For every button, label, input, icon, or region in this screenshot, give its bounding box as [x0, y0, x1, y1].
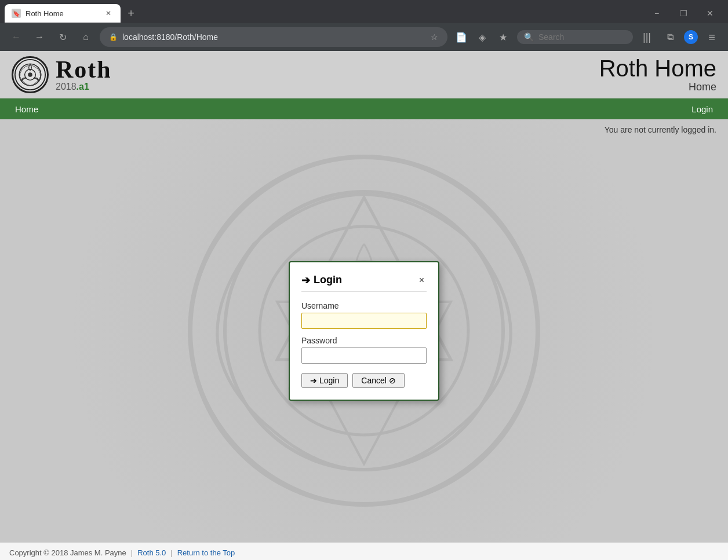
page-body: You are not currently logged in. ➔ Login…: [0, 119, 728, 542]
sidebar-button[interactable]: ⧉: [661, 28, 679, 46]
login-button[interactable]: ➔ Login: [301, 373, 348, 388]
nav-home-link[interactable]: Home: [9, 100, 44, 119]
logo-text: Roth 2018.a1: [56, 57, 112, 92]
dialog-title: ➔ Login: [301, 274, 342, 287]
roth-version: 2018.a1: [56, 82, 112, 92]
version-link[interactable]: Roth 5.0: [137, 548, 166, 557]
password-label: Password: [301, 336, 427, 345]
browser-chrome: 🔖 Roth Home ✕ + − ❐ ✕ ← → ↻ ⌂ 🔒 ☆ 📄 ◈ ★ …: [0, 0, 728, 51]
menu-button[interactable]: ≡: [702, 28, 721, 46]
dialog-header: ➔ Login ×: [301, 274, 427, 292]
tab-title: Roth Home: [26, 9, 64, 18]
cancel-icon: ⊘: [389, 376, 396, 385]
login-dialog-overlay: ➔ Login × Username Password ➔ Login Canc: [0, 119, 728, 542]
site-title: Roth Home: [599, 56, 716, 81]
pocket-button[interactable]: ◈: [473, 28, 492, 46]
nav-login-link[interactable]: Login: [686, 100, 719, 119]
page-header: Roth 2018.a1 Roth Home Home: [0, 51, 728, 98]
roth-wordmark: Roth: [56, 57, 112, 82]
bookmarks-history-button[interactable]: |||: [638, 28, 656, 46]
active-tab[interactable]: 🔖 Roth Home ✕: [5, 4, 121, 23]
password-input[interactable]: [301, 347, 427, 364]
cancel-button[interactable]: Cancel ⊘: [352, 373, 405, 388]
maximize-button[interactable]: ❐: [670, 4, 697, 23]
reader-view-button[interactable]: 📄: [452, 28, 471, 46]
refresh-button[interactable]: ↻: [53, 28, 72, 46]
footer-separator-1: |: [131, 548, 133, 557]
dialog-close-button[interactable]: ×: [417, 274, 427, 287]
username-input[interactable]: [301, 313, 427, 329]
bookmark-star-icon[interactable]: ☆: [431, 32, 438, 42]
window-controls: − ❐ ✕: [643, 4, 723, 23]
logo-icon: [12, 56, 49, 93]
forward-button[interactable]: →: [30, 28, 49, 46]
site-title-area: Roth Home Home: [599, 56, 716, 93]
page-footer: Copyright © 2018 James M. Payne | Roth 5…: [0, 542, 728, 560]
return-to-top-link[interactable]: Return to the Top: [177, 548, 235, 557]
tab-close-button[interactable]: ✕: [103, 8, 114, 19]
svg-point-3: [28, 72, 32, 76]
copyright-text: Copyright © 2018 James M. Payne: [9, 548, 126, 557]
address-bar[interactable]: 🔒 ☆: [100, 27, 447, 47]
tab-favicon: 🔖: [12, 9, 21, 18]
login-icon: ➔: [310, 376, 317, 385]
tab-bar: 🔖 Roth Home ✕ + − ❐ ✕: [0, 0, 728, 23]
footer-separator-2: |: [170, 548, 172, 557]
nav-bar: ← → ↻ ⌂ 🔒 ☆ 📄 ◈ ★ 🔍 ||| ⧉ S ≡: [0, 23, 728, 51]
back-button[interactable]: ←: [7, 28, 26, 46]
home-button[interactable]: ⌂: [77, 28, 95, 46]
nav-icons: 📄 ◈ ★: [452, 28, 512, 46]
search-box[interactable]: 🔍: [517, 30, 633, 44]
minimize-button[interactable]: −: [643, 4, 670, 23]
dialog-buttons: ➔ Login Cancel ⊘: [301, 373, 427, 388]
search-input[interactable]: [538, 32, 608, 42]
main-navigation: Home Login: [0, 98, 728, 119]
new-tab-button[interactable]: +: [123, 5, 139, 21]
search-icon: 🔍: [524, 32, 534, 42]
username-label: Username: [301, 301, 427, 310]
site-subtitle: Home: [599, 81, 716, 93]
profile-icon[interactable]: S: [684, 30, 698, 44]
login-dialog: ➔ Login × Username Password ➔ Login Canc: [289, 261, 439, 401]
username-group: Username: [301, 301, 427, 329]
url-input[interactable]: [122, 32, 426, 42]
bookmark-button[interactable]: ★: [494, 28, 512, 46]
password-group: Password: [301, 336, 427, 364]
security-icon: 🔒: [109, 33, 118, 41]
logo-area: Roth 2018.a1: [12, 56, 112, 93]
close-button[interactable]: ✕: [697, 4, 723, 23]
login-arrow-icon: ➔: [301, 274, 310, 287]
